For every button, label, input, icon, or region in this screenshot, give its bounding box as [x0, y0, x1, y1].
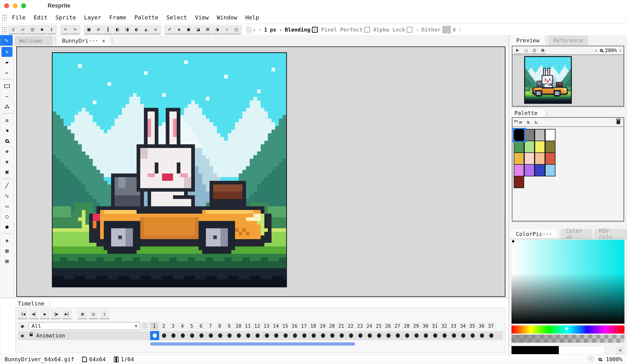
toolbar-drag-handle[interactable]: [1, 26, 7, 33]
frame-cell-30[interactable]: [421, 331, 430, 340]
frame-cell-3[interactable]: [169, 331, 178, 340]
shear-button[interactable]: ◭: [142, 25, 151, 35]
ellipse-tool[interactable]: ○: [1, 211, 12, 221]
frame-cell-20[interactable]: [328, 331, 337, 340]
palette-cycle-button[interactable]: ↻: [535, 119, 537, 125]
frame-header-35[interactable]: 35: [468, 322, 477, 330]
palette-swatch-4[interactable]: [545, 129, 556, 141]
frame-cell-13[interactable]: [262, 331, 271, 340]
frame-cell-27[interactable]: [393, 331, 402, 340]
rectangle-tool[interactable]: ▭: [1, 201, 12, 211]
menu-item-help[interactable]: Help: [241, 11, 263, 24]
magic-wand-tool[interactable]: ⁂: [1, 102, 12, 112]
frame-cell-5[interactable]: [188, 331, 197, 340]
tile-tool[interactable]: ▣: [1, 167, 12, 177]
palette-swatch-5[interactable]: [514, 141, 524, 153]
curve-tool[interactable]: ∿: [1, 191, 12, 201]
secondary-color-swatch[interactable]: [559, 346, 605, 355]
tab-preview[interactable]: Preview: [511, 35, 544, 45]
frame-cell-23[interactable]: [356, 331, 365, 340]
tab-colorpicker-3[interactable]: HSV colo···: [594, 229, 627, 239]
tab-colorpicker-1[interactable]: ColorPic···: [511, 229, 558, 239]
frame-header-16[interactable]: 16: [290, 322, 299, 330]
palette-swatch-3[interactable]: [535, 129, 545, 141]
open-file-button[interactable]: ▱: [18, 25, 27, 35]
frame-cell-34[interactable]: [459, 331, 468, 340]
palette-swatch-11[interactable]: [535, 152, 545, 165]
select-shrink-button[interactable]: ⇩: [222, 25, 231, 35]
frame-cell-18[interactable]: [309, 331, 318, 340]
menu-item-frame[interactable]: Frame: [105, 11, 130, 24]
frame-header-25[interactable]: 25: [374, 322, 383, 330]
frame-header-23[interactable]: 23: [356, 322, 365, 330]
palette-swatch-15[interactable]: [535, 164, 545, 176]
menu-item-sprite[interactable]: Sprite: [51, 11, 80, 24]
dither-increase-button[interactable]: ›: [458, 27, 462, 33]
minimize-window-button[interactable]: [13, 3, 18, 8]
menu-item-file[interactable]: File: [8, 11, 30, 24]
frame-cell-7[interactable]: [206, 331, 215, 340]
frame-cell-19[interactable]: [318, 331, 327, 340]
frame-header-33[interactable]: 33: [449, 322, 458, 330]
first-frame-button[interactable]: |◀: [18, 309, 28, 319]
pixel-perfect-checkbox[interactable]: [364, 27, 370, 33]
frame-header-12[interactable]: 12: [253, 322, 261, 330]
palette-swatch-17[interactable]: [514, 176, 524, 188]
frame-cell-24[interactable]: [365, 331, 374, 340]
active-tool-indicator[interactable]: ✎: [0, 35, 13, 46]
alpha-lock-checkbox[interactable]: [407, 27, 413, 33]
palette-swatch-1[interactable]: [514, 129, 524, 141]
palette-swatch-2[interactable]: [524, 129, 535, 141]
frame-header-22[interactable]: 22: [346, 322, 355, 330]
layer-visibility-button[interactable]: ◉: [18, 332, 27, 340]
dither-decrease-button[interactable]: ‹: [416, 27, 419, 33]
smudge-tool[interactable]: ≋: [1, 115, 12, 125]
frame-header-11[interactable]: 11: [243, 322, 252, 330]
frame-cell-33[interactable]: [449, 331, 458, 340]
frame-cell-2[interactable]: [159, 331, 168, 340]
frame-header-18[interactable]: 18: [309, 322, 318, 330]
menu-item-select[interactable]: Select: [162, 11, 191, 24]
menu-item-layer[interactable]: Layer: [80, 11, 105, 24]
flip-vertical-button[interactable]: ◨: [123, 25, 131, 35]
frame-cell-9[interactable]: [225, 331, 234, 340]
select-mask-button[interactable]: ❋: [175, 25, 184, 35]
frame-header-26[interactable]: 26: [383, 322, 393, 330]
line-tool[interactable]: ╱: [1, 181, 12, 191]
frame-header-1[interactable]: 1: [150, 322, 159, 330]
frame-header-4[interactable]: 4: [178, 322, 187, 330]
menu-item-palette[interactable]: Palette: [130, 11, 162, 24]
frame-header-29[interactable]: 29: [412, 322, 420, 330]
tab-colorpicker-2[interactable]: Color wh···: [561, 229, 592, 239]
flip-horizontal-button[interactable]: ◧: [113, 25, 122, 35]
frame-cell-31[interactable]: [431, 331, 440, 340]
ink-tool[interactable]: ❖: [1, 235, 12, 245]
select-paste-button[interactable]: ◪: [194, 25, 203, 35]
hue-slider[interactable]: [512, 325, 625, 334]
transform-tool[interactable]: ◈: [1, 156, 12, 166]
trash-icon[interactable]: [617, 120, 620, 124]
select-grid-button[interactable]: ⊞: [203, 25, 212, 35]
redo-button[interactable]: ↷: [71, 25, 79, 35]
frame-header-31[interactable]: 31: [430, 322, 439, 330]
frame-header-6[interactable]: 6: [197, 322, 206, 330]
palette-swatch-13[interactable]: [514, 164, 524, 176]
timeline-scrollbar[interactable]: [150, 342, 355, 346]
zoom-tool[interactable]: [1, 136, 12, 146]
filled-shape-tool[interactable]: ●: [1, 222, 12, 232]
last-frame-button[interactable]: ▶|: [62, 309, 72, 319]
menu-item-window[interactable]: Window: [213, 11, 241, 24]
frame-cell-36[interactable]: [477, 331, 486, 340]
saturation-value-picker[interactable]: [512, 240, 625, 324]
marker-tool[interactable]: ✏: [1, 67, 12, 77]
frame-cell-8[interactable]: [216, 331, 225, 340]
menubar-drag-handle[interactable]: [1, 14, 7, 21]
preview-zoom-out-button[interactable]: ‹: [594, 47, 598, 53]
menu-item-view[interactable]: View: [191, 11, 213, 24]
pencil-tool[interactable]: ✎: [1, 47, 12, 57]
palette-swatch-12[interactable]: [545, 152, 556, 165]
zoom-window-button[interactable]: [21, 3, 26, 8]
onion-settings-button[interactable]: ◫: [89, 309, 99, 319]
preview-tile-view-button[interactable]: ▤: [539, 47, 547, 54]
export-button[interactable]: ↥: [47, 25, 56, 35]
